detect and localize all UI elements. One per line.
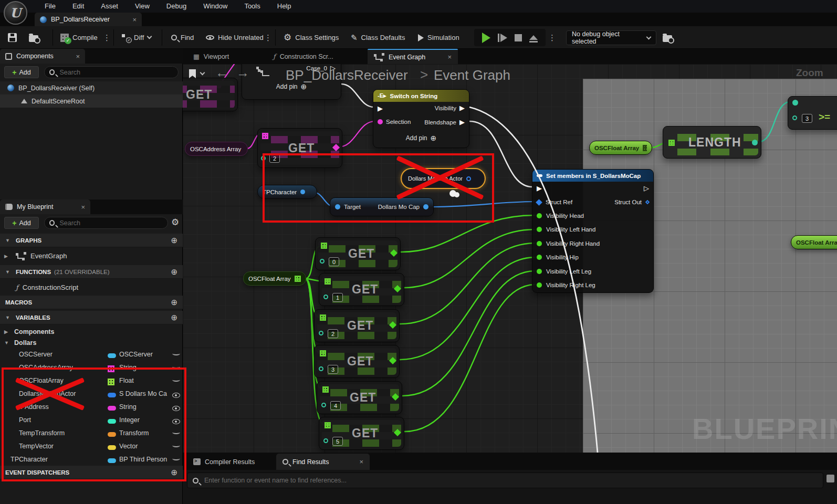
- index-value[interactable]: 4: [330, 401, 341, 410]
- expand-arrow-icon[interactable]: ▶: [4, 254, 12, 259]
- index-value[interactable]: 1: [332, 293, 343, 302]
- node-tp-character[interactable]: TPCharacter: [257, 185, 317, 199]
- menu-tools[interactable]: Tools: [236, 0, 268, 13]
- play-options-button[interactable]: ⋮: [548, 26, 556, 49]
- event-graph-row[interactable]: ▶ EventGraph: [0, 248, 183, 264]
- add-graph-icon[interactable]: ⊕: [171, 236, 177, 245]
- visibility-eye-icon[interactable]: [172, 430, 180, 434]
- node-length[interactable]: LENGTH: [663, 126, 761, 159]
- find-in-files-icon[interactable]: [826, 475, 834, 482]
- save-button[interactable]: [8, 26, 17, 49]
- components-search[interactable]: [44, 66, 179, 78]
- add-pin-button[interactable]: Add pin ⊕: [406, 134, 436, 142]
- tab-compiler-results[interactable]: Compiler Results: [187, 454, 261, 470]
- my-blueprint-search-input[interactable]: [58, 219, 163, 227]
- target-in-pin[interactable]: [335, 204, 340, 209]
- macros-section-header[interactable]: MACROS ⊕: [0, 296, 183, 309]
- index-pin[interactable]: [319, 366, 323, 371]
- graphs-section-header[interactable]: ▼ GRAPHS ⊕: [0, 234, 183, 247]
- node-get-float-1[interactable]: GET 1: [319, 273, 404, 306]
- close-icon[interactable]: ×: [81, 203, 85, 211]
- index-value[interactable]: 3: [328, 365, 338, 374]
- compile-button[interactable]: ✓ Compile: [60, 26, 98, 49]
- node-get-float-0[interactable]: GET 0: [315, 237, 401, 270]
- array-in-pin[interactable]: [668, 140, 675, 146]
- int-in-pin[interactable]: [792, 100, 798, 106]
- tab-find-results[interactable]: Find Results ×: [276, 454, 370, 470]
- node-osc-float-array-top[interactable]: OSCFloat Array: [589, 141, 652, 155]
- collapse-arrow-icon[interactable]: ▼: [5, 269, 13, 275]
- array-in-pin[interactable]: [320, 314, 326, 321]
- close-icon[interactable]: ×: [447, 53, 452, 61]
- construction-script-row[interactable]: ƒ ConstructionScript: [0, 280, 183, 295]
- find-button[interactable]: Find: [171, 26, 194, 49]
- expand-arrow-icon[interactable]: ▶: [4, 329, 12, 334]
- collapse-arrow-icon[interactable]: ▼: [5, 315, 13, 320]
- visibility-eye-icon[interactable]: [172, 457, 180, 460]
- browse-button[interactable]: [29, 26, 38, 49]
- visibility-eye-icon[interactable]: [172, 419, 180, 424]
- array-in-pin[interactable]: [321, 243, 327, 249]
- node-get-float-2[interactable]: GET 2: [314, 309, 400, 342]
- component-child-row[interactable]: DefaultSceneRoot: [0, 94, 183, 108]
- node-partial-switch[interactable]: Case_0 ▷ Add pin ⊕: [242, 64, 341, 100]
- index-value[interactable]: 2: [269, 154, 280, 163]
- close-icon[interactable]: ×: [359, 458, 363, 466]
- eject-icon[interactable]: [529, 35, 538, 40]
- unreal-logo-icon[interactable]: U: [4, 1, 27, 25]
- exec-out-pin[interactable]: ▷: [644, 184, 649, 192]
- index-value[interactable]: 5: [332, 437, 343, 446]
- node-osc-float-array-mid[interactable]: OSCFloat Array: [243, 271, 306, 286]
- menu-window[interactable]: Window: [195, 0, 235, 13]
- hide-unrelated-button[interactable]: Hide Unrelated: [206, 26, 264, 49]
- hide-unrelated-options-button[interactable]: ⋮: [264, 26, 272, 49]
- menu-file[interactable]: File: [37, 0, 64, 13]
- object-out-pin[interactable]: [466, 176, 471, 181]
- visibility-eye-icon[interactable]: [172, 444, 180, 447]
- add-function-icon[interactable]: ⊕: [171, 267, 177, 277]
- index-value[interactable]: 2: [328, 329, 338, 338]
- simulation-button[interactable]: Simulation: [418, 26, 459, 49]
- collapse-arrow-icon[interactable]: ▼: [5, 238, 13, 243]
- index-pin[interactable]: [323, 295, 328, 299]
- collapse-arrow-icon[interactable]: ▼: [4, 340, 12, 345]
- visibility-eye-icon[interactable]: [172, 393, 180, 398]
- add-pin-button[interactable]: Add pin ⊕: [276, 82, 307, 91]
- variables-section-header[interactable]: ▼ VARIABLES ⊕: [0, 311, 183, 324]
- functions-section-header[interactable]: ▼ FUNCTIONS (21 OVERRIDABLE) ⊕: [0, 265, 183, 279]
- frame-skip-icon[interactable]: [498, 34, 507, 42]
- bool-pin[interactable]: [537, 241, 542, 246]
- tab-viewport[interactable]: ▦ Viewport: [187, 49, 235, 64]
- bool-pin[interactable]: [537, 282, 542, 288]
- add-blueprint-item-button[interactable]: + Add: [4, 217, 39, 229]
- exec-out-pin[interactable]: ▷: [330, 65, 336, 71]
- compare-value[interactable]: 3: [802, 114, 812, 123]
- selection-pin[interactable]: [378, 119, 383, 124]
- menu-asset[interactable]: Asset: [93, 0, 126, 13]
- components-search-input[interactable]: [58, 68, 173, 77]
- struct-ref-pin[interactable]: [536, 199, 542, 206]
- close-icon[interactable]: ×: [76, 52, 80, 60]
- event-dispatchers-header[interactable]: EVENT DISPATCHERS ⊕: [0, 466, 183, 479]
- array-in-pin[interactable]: [322, 386, 329, 393]
- add-variable-icon[interactable]: ⊕: [171, 313, 177, 322]
- node-switch-on-string[interactable]: -E▸ Switch on String ▶ Visibility ▶ Sele…: [373, 89, 469, 148]
- bool-pin[interactable]: [537, 269, 542, 274]
- play-icon[interactable]: [482, 33, 490, 43]
- visibility-eye-icon[interactable]: [172, 365, 180, 369]
- add-component-button[interactable]: + Add: [4, 66, 39, 78]
- exec-out-pin[interactable]: ▶: [459, 104, 465, 111]
- tab-my-blueprint[interactable]: My Blueprint ×: [0, 200, 90, 214]
- tab-construction-script[interactable]: ƒ Construction Scr...: [267, 49, 340, 64]
- tab-components[interactable]: Components ×: [0, 49, 85, 64]
- blueprint-settings-gear-icon[interactable]: ⚙: [171, 218, 179, 227]
- node-greater-equal[interactable]: 3 >=: [788, 96, 837, 130]
- bool-pin[interactable]: [537, 255, 542, 260]
- add-macro-icon[interactable]: ⊕: [171, 298, 177, 307]
- node-partial-get-string[interactable]: GET: [183, 78, 238, 111]
- component-root-row[interactable]: BP_DollarsReceiver (Self): [0, 81, 183, 94]
- exec-in-pin[interactable]: ▶: [537, 184, 542, 192]
- index-pin[interactable]: [320, 259, 325, 264]
- node-mocap-getter[interactable]: Target Dollars Mo Cap: [330, 197, 434, 216]
- array-in-pin[interactable]: [325, 278, 331, 285]
